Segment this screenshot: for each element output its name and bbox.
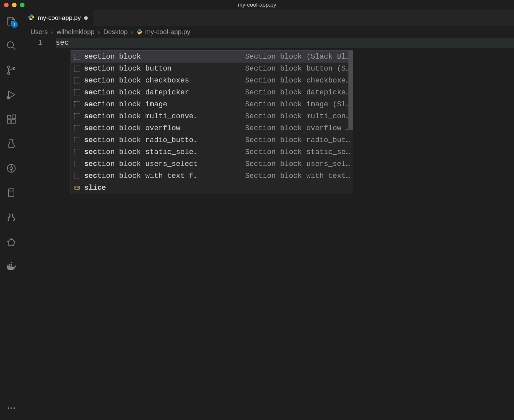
svg-point-0	[7, 42, 14, 48]
window-title: my-cool-app.py	[238, 2, 276, 8]
unsaved-indicator-icon	[84, 16, 88, 20]
snippet-icon	[74, 113, 81, 120]
code-editor[interactable]: 1 sec section blockSection block (Slack …	[23, 38, 514, 420]
suggestion-item[interactable]: section block checkboxesSection block ch…	[71, 75, 353, 86]
svg-point-12	[10, 167, 13, 170]
suggestion-detail: Section block users_sel…	[245, 160, 350, 168]
suggestion-label: section block image	[84, 100, 210, 109]
source-control-icon[interactable]	[6, 65, 17, 76]
tabs-bar: my-cool-app.py	[23, 10, 514, 26]
svg-line-1	[13, 47, 15, 50]
svg-point-2	[8, 66, 10, 68]
suggestion-item[interactable]: section blockSection block (Slack Bl…	[71, 51, 353, 63]
extension-icon-1[interactable]	[6, 212, 17, 223]
suggestion-item[interactable]: section block radio_butto…Section block …	[71, 134, 353, 146]
titlebar: my-cool-app.py	[0, 0, 514, 10]
suggestion-label: section block overflow	[84, 124, 210, 132]
extensions-icon[interactable]	[6, 114, 17, 125]
snippet-icon	[74, 148, 81, 156]
suggestion-item[interactable]: section block datepickerSection block da…	[71, 86, 353, 98]
chevron-right-icon: ›	[98, 28, 100, 36]
svg-rect-8	[12, 120, 15, 123]
tab-filename: my-cool-app.py	[38, 14, 81, 22]
window-maximize-button[interactable]	[20, 3, 25, 7]
function-icon	[74, 184, 81, 191]
svg-rect-15	[9, 189, 14, 197]
suggestion-detail: Section block multi_con…	[245, 112, 350, 121]
suggestion-detail: Section block radio_but…	[245, 136, 350, 144]
editor-text[interactable]: sec	[56, 39, 69, 47]
breadcrumb-segment[interactable]: Users	[30, 28, 48, 36]
suggestion-item[interactable]: slice	[71, 182, 353, 194]
run-debug-icon[interactable]	[6, 89, 17, 100]
suggestion-item[interactable]: section block static_sele…Section block …	[71, 146, 353, 158]
suggestion-item[interactable]: section block overflowSection block over…	[71, 122, 353, 134]
editor-line[interactable]: 1 sec	[23, 38, 514, 48]
chevron-right-icon: ›	[131, 28, 133, 36]
suggestion-label: section block multi_conve…	[84, 112, 210, 121]
snippet-icon	[74, 77, 81, 84]
suggestion-item[interactable]: section block with text f…Section block …	[71, 170, 353, 182]
intellisense-popup[interactable]: section blockSection block (Slack Bl…sec…	[71, 50, 353, 194]
traffic-lights	[4, 3, 25, 7]
svg-point-3	[8, 72, 10, 75]
svg-rect-7	[7, 120, 11, 123]
snippet-icon	[74, 125, 81, 132]
search-icon[interactable]	[6, 40, 17, 51]
testing-icon[interactable]	[6, 138, 17, 149]
extension-icon-2[interactable]	[6, 236, 17, 247]
svg-rect-20	[11, 265, 12, 267]
suggestion-label: section block static_sele…	[84, 148, 210, 156]
suggestion-item[interactable]: section block multi_conve…Section block …	[71, 110, 353, 122]
snippet-icon	[74, 136, 81, 144]
suggestion-label: section block checkboxes	[84, 77, 210, 85]
suggestion-label: section block button	[84, 65, 210, 73]
suggestion-label: section block datepicker	[84, 88, 210, 97]
svg-rect-22	[11, 264, 12, 265]
suggestion-item[interactable]: section block imageSection block image (…	[71, 98, 353, 110]
more-icon[interactable]	[6, 403, 17, 413]
suggestion-detail: Section block image (Sl…	[245, 100, 350, 109]
snippet-icon	[74, 160, 81, 168]
snippet-icon	[74, 53, 81, 60]
breadcrumb-segment[interactable]: wilhelmklopp	[57, 28, 95, 36]
svg-rect-23	[11, 262, 12, 263]
suggestion-detail: Section block overflow …	[245, 124, 350, 132]
snippet-icon	[74, 172, 81, 180]
suggestion-label: section block users_select	[84, 160, 210, 168]
tab-my-cool-app[interactable]: my-cool-app.py	[23, 10, 93, 26]
svg-rect-19	[9, 265, 10, 267]
gitlens-icon[interactable]	[6, 163, 17, 174]
suggestion-detail: Section block (Slack Bl…	[245, 53, 350, 61]
editor-area: my-cool-app.py Users › wilhelmklopp › De…	[23, 10, 514, 420]
activity-bar: 1	[0, 10, 23, 420]
suggestion-label: section block radio_butto…	[84, 136, 210, 144]
suggestion-item[interactable]: section block users_selectSection block …	[71, 158, 353, 170]
snippet-icon	[74, 101, 81, 108]
snippet-icon	[74, 65, 81, 72]
docker-icon[interactable]	[6, 261, 17, 272]
svg-point-17	[8, 239, 15, 246]
suggestion-detail: Section block static_se…	[245, 148, 350, 156]
suggestion-item[interactable]: section block buttonSection block button…	[71, 63, 353, 75]
suggestion-detail: Section block button (S…	[245, 65, 350, 73]
scrollbar[interactable]	[348, 51, 353, 130]
suggestion-label: slice	[84, 184, 210, 192]
suggestion-label: section block with text f…	[84, 172, 210, 180]
svg-rect-21	[9, 264, 10, 265]
suggestion-detail: Section block datepicke…	[245, 88, 350, 97]
breadcrumb-segment[interactable]: Desktop	[103, 28, 128, 36]
explorer-badge: 1	[11, 21, 18, 28]
suggestion-detail: Section block checkboxe…	[245, 77, 350, 85]
explorer-icon[interactable]: 1	[6, 16, 17, 26]
suggestion-detail: Section block with text…	[245, 172, 350, 180]
svg-rect-9	[12, 115, 16, 119]
breadcrumbs[interactable]: Users › wilhelmklopp › Desktop › my-cool…	[23, 26, 514, 38]
device-icon[interactable]	[6, 187, 17, 198]
svg-rect-6	[7, 115, 11, 119]
suggestion-label: section block	[84, 53, 210, 61]
chevron-right-icon: ›	[51, 28, 53, 36]
window-minimize-button[interactable]	[12, 3, 17, 7]
window-close-button[interactable]	[4, 3, 9, 7]
breadcrumb-file[interactable]: my-cool-app.py	[136, 28, 190, 36]
